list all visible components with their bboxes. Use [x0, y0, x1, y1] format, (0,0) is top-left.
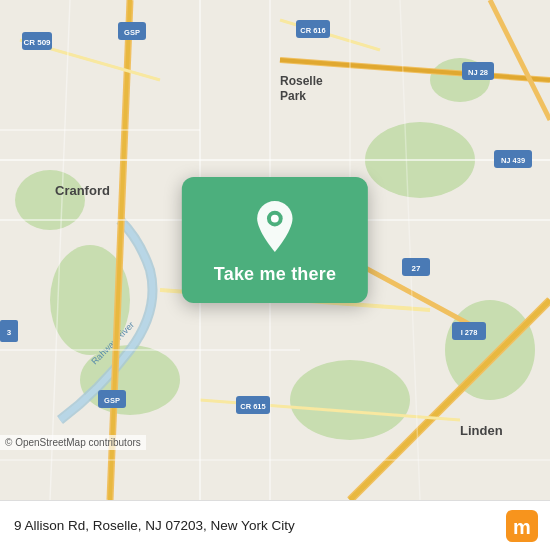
svg-text:CR 616: CR 616 — [300, 26, 325, 35]
footer-bar: 9 Allison Rd, Roselle, NJ 07203, New Yor… — [0, 500, 550, 550]
svg-point-36 — [271, 215, 279, 223]
svg-text:GSP: GSP — [104, 396, 120, 405]
svg-text:Cranford: Cranford — [55, 183, 110, 198]
svg-text:Roselle: Roselle — [280, 74, 323, 88]
svg-text:27: 27 — [412, 264, 421, 273]
location-pin-icon — [251, 199, 299, 254]
footer-address: 9 Allison Rd, Roselle, NJ 07203, New Yor… — [14, 518, 295, 533]
svg-text:3: 3 — [7, 328, 12, 337]
take-me-there-overlay[interactable]: Take me there — [182, 177, 368, 303]
take-me-there-button[interactable]: Take me there — [214, 264, 336, 285]
svg-point-5 — [290, 360, 410, 440]
map-container: Rahway River — [0, 0, 550, 500]
svg-point-6 — [445, 300, 535, 400]
svg-text:CR 615: CR 615 — [240, 402, 265, 411]
svg-text:Park: Park — [280, 89, 306, 103]
svg-text:Linden: Linden — [460, 423, 503, 438]
svg-text:m: m — [513, 516, 531, 538]
svg-text:I 278: I 278 — [461, 328, 478, 337]
moovit-logo: m — [506, 510, 538, 542]
svg-text:NJ 439: NJ 439 — [501, 156, 525, 165]
svg-text:CR 509: CR 509 — [23, 38, 51, 47]
svg-text:NJ 28: NJ 28 — [468, 68, 488, 77]
moovit-logo-icon: m — [506, 510, 538, 542]
svg-text:GSP: GSP — [124, 28, 140, 37]
osm-credit: © OpenStreetMap contributors — [0, 435, 146, 450]
